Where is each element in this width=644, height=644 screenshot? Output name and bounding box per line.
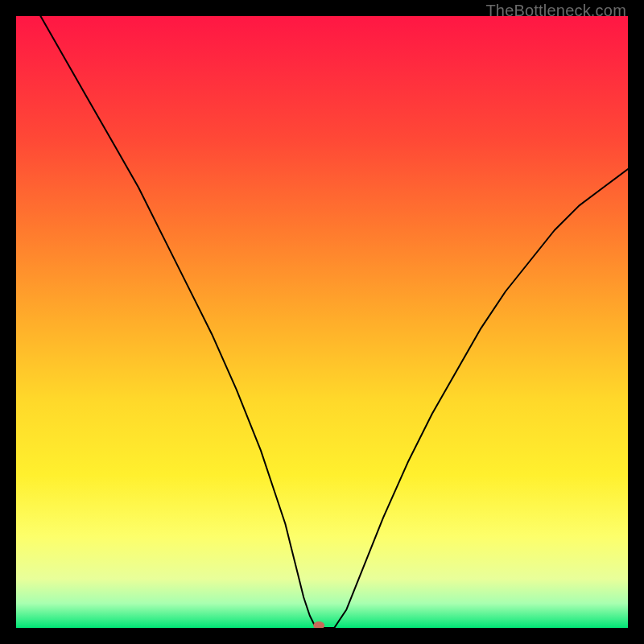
gradient-background: [16, 16, 628, 628]
chart-container: TheBottleneck.com: [0, 0, 644, 644]
plot-area: [16, 16, 628, 628]
chart-svg: [16, 16, 628, 628]
